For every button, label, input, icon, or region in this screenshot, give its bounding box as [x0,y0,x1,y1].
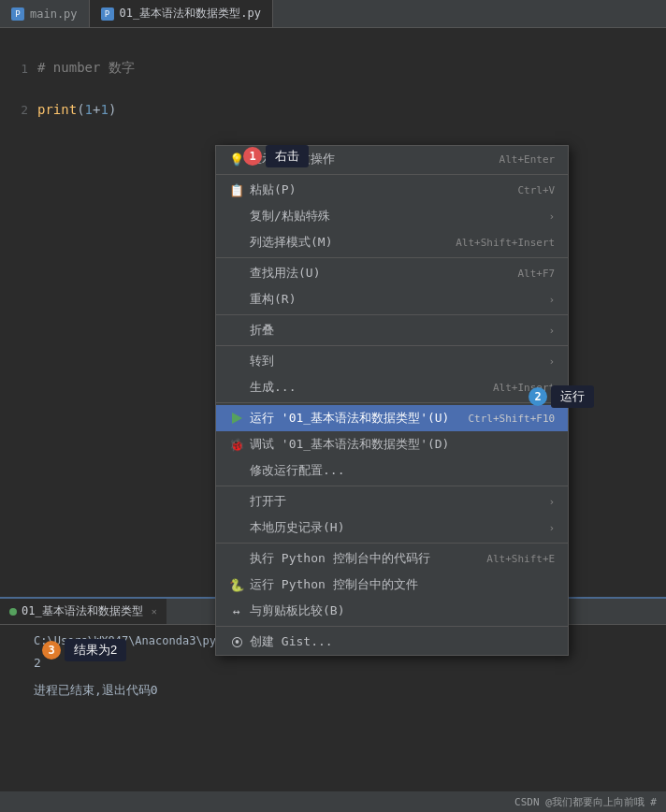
separator-4 [216,345,568,346]
menu-exec-python[interactable]: 执行 Python 控制台中的代码行 Alt+Shift+E [216,545,568,572]
menu-fold[interactable]: 折叠 › [216,317,568,343]
tab-main-py[interactable]: P main.py [0,0,90,27]
menu-find-usage[interactable]: 查找用法(U) Alt+F7 [216,260,568,286]
menu-open-in[interactable]: 打开于 › [216,488,568,515]
run-status-dot [9,608,17,616]
comment-text: # number 数字 [37,60,135,77]
paste-icon: 📋 [229,182,244,197]
tab-main-py-label: main.py [30,7,78,21]
refactor-arrow-icon: › [549,294,556,306]
menu-refactor[interactable]: 重构(R) › [216,286,568,312]
tab-close-icon[interactable]: ✕ [152,606,157,616]
step3-label: 结果为2 [65,639,126,661]
run-green-icon [229,411,244,426]
status-bar-text: CSDN @我们都要向上向前哦 # [514,795,657,809]
code-print-fn: print [37,102,77,117]
step2-annotation: 2 运行 [528,385,594,408]
separator-8 [216,626,568,627]
separator-1 [216,174,568,175]
editor-line-print: 2 print(1+1) [0,99,666,120]
tab-main-py-icon: P [11,7,24,21]
step1-label: 右击 [266,145,309,167]
menu-copy-paste-special[interactable]: 复制/粘贴特殊 › [216,203,568,229]
separator-7 [216,543,568,544]
menu-goto[interactable]: 转到 › [216,348,568,374]
svg-marker-0 [232,413,242,424]
github-icon: ⦿ [229,634,244,649]
menu-run[interactable]: 运行 '01_基本语法和数据类型'(U) Ctrl+Shift+F10 [216,405,568,431]
fold-arrow-icon: › [549,325,556,337]
terminal-exit-message: 进程已结束,退出代码0 [34,681,657,701]
separator-2 [216,257,568,258]
step3-badge: 3 [42,641,61,660]
arrow-icon: › [549,210,556,223]
menu-compare-clipboard[interactable]: ↔ 与剪贴板比较(B) [216,598,568,624]
local-history-arrow-icon: › [549,522,556,534]
terminal-result-number: 2 [34,654,41,674]
editor-line-empty2 [0,79,666,99]
debug-icon: 🐞 [229,437,244,452]
status-bar: CSDN @我们都要向上向前哦 # [0,791,666,812]
menu-debug[interactable]: 🐞 调试 '01_基本语法和数据类型'(D) [216,431,568,457]
step1-badge: 1 [243,147,262,166]
goto-arrow-icon: › [549,355,556,368]
editor-line-empty1 [0,37,666,58]
step2-label: 运行 [551,385,594,408]
editor-line-comment: 1 # number 数字 [0,58,666,79]
menu-column-select[interactable]: 列选择模式(M) Alt+Shift+Insert [216,229,568,255]
tab-lesson-py[interactable]: P 01_基本语法和数据类型.py [90,0,273,27]
menu-create-gist[interactable]: ⦿ 创建 Gist... [216,629,568,655]
bulb-icon: 💡 [229,152,244,167]
menu-run-python-console[interactable]: 🐍 运行 Python 控制台中的文件 [216,572,568,598]
context-menu: 💡 显示上下文操作 Alt+Enter 📋 粘贴(P) Ctrl+V 复制/粘贴… [215,145,569,656]
context-menu-box: 💡 显示上下文操作 Alt+Enter 📋 粘贴(P) Ctrl+V 复制/粘贴… [215,145,569,656]
tab-lesson-py-label: 01_基本语法和数据类型.py [120,6,261,22]
menu-local-history[interactable]: 本地历史记录(H) › [216,515,568,541]
copy-icon [229,209,244,224]
menu-run-config[interactable]: 修改运行配置... [216,457,568,484]
menu-paste[interactable]: 📋 粘贴(P) Ctrl+V [216,177,568,203]
step1-annotation: 1 右击 [243,145,309,167]
step2-badge: 2 [528,387,547,406]
menu-generate[interactable]: 生成... Alt+Insert [216,374,568,400]
compare-icon: ↔ [229,603,244,618]
bottom-tab-lesson[interactable]: 01_基本语法和数据类型 ✕ [0,599,166,624]
step3-annotation: 3 结果为2 [42,639,126,661]
open-in-arrow-icon: › [549,496,556,508]
separator-6 [216,486,568,486]
tab-lesson-py-icon: P [101,7,114,21]
bottom-tab-label: 01_基本语法和数据类型 [22,603,143,619]
tab-bar: P main.py P 01_基本语法和数据类型.py [0,0,666,28]
terminal-result-line: 2 [34,654,657,674]
python-icon: 🐍 [229,577,244,592]
separator-5 [216,402,568,403]
separator-3 [216,314,568,315]
